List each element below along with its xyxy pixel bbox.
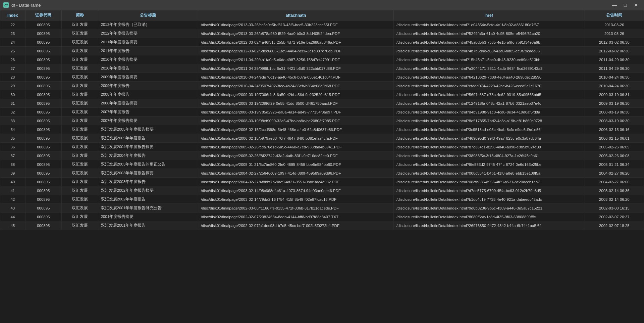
- table-row[interactable]: 28000895双汇发展2009年年度报告摘要/disc/disk01/fina…: [0, 73, 644, 82]
- table-row[interactable]: 31000895双汇发展2008年年度报告摘要/disc/disk01/fina…: [0, 99, 644, 108]
- cell-name: 双汇发展: [62, 151, 98, 160]
- cell-index: 34: [0, 125, 25, 134]
- cell-href: /disclosure/listed/bulletinDetail/index.…: [394, 195, 585, 204]
- cell-code: 000895: [25, 143, 61, 151]
- cell-pubtime: 2009-03-19 06:31: [585, 90, 644, 99]
- cell-title: 双汇发展2004年年度报告摘要: [98, 143, 198, 151]
- window-controls: — □ ✕: [610, 2, 641, 8]
- cell-name: 双汇发展: [62, 134, 98, 143]
- table-row[interactable]: 39000895双汇发展双汇发展2003年年度报告摘要/disc/disk01/…: [0, 169, 644, 178]
- table-row[interactable]: 23000895双汇发展2012年年度报告摘要/disc/disk01/fina…: [0, 29, 644, 38]
- cell-index: 29: [0, 82, 25, 90]
- cell-index: 27: [0, 64, 25, 73]
- cell-attachpath: /disc/disk01/finalpage/2006-02-15/b979ae…: [198, 134, 393, 143]
- cell-href: /disclosure/listed/bulletinDetail/index.…: [394, 169, 585, 178]
- cell-code: 000895: [25, 195, 61, 204]
- cell-title: 2008年年度报告摘要: [98, 99, 198, 108]
- cell-index: 30: [0, 90, 25, 99]
- cell-index: 41: [0, 186, 25, 195]
- cell-pubtime: 2005-02-26 06:08: [585, 151, 644, 160]
- window-title: df - DataFrame: [11, 3, 41, 8]
- cell-attachpath: /disc/disk01/finalpage/2004-02-27/25646c…: [198, 169, 393, 178]
- cell-title: 2011年年度报告摘要: [98, 38, 198, 47]
- table-header: Index证券代码简称公告标题attachnathhref公告时间: [0, 10, 644, 20]
- table-body: 22000895双汇发展2012年年度报告（已取消）/disc/disk01/f…: [0, 20, 644, 230]
- cell-title: 双汇发展2005年年度报告摘要: [98, 125, 198, 134]
- table-row[interactable]: 27000895双汇发展2010年年度报告/disc/disk01/finalp…: [0, 64, 644, 73]
- table-row[interactable]: 45000895双汇发展双汇发展2001年年度报告/disc/disk01/fi…: [0, 221, 644, 230]
- table-row[interactable]: 22000895双汇发展2012年年度报告（已取消）/disc/disk01/f…: [0, 20, 644, 29]
- cell-code: 000895: [25, 64, 61, 73]
- cell-name: 双汇发展: [62, 55, 98, 64]
- cell-name: 双汇发展: [62, 195, 98, 204]
- cell-title: 2008年年度报告: [98, 90, 198, 99]
- cell-attachpath: /disc/disk01/finalpage/2011-04-29/4a1fa0…: [198, 55, 393, 64]
- cell-name: 双汇发展: [62, 29, 98, 38]
- cell-href: /disclosure/listed/bulletinDetail/index.…: [394, 186, 585, 195]
- cell-href: /disclosure/listed/bulletinDetail/index.…: [394, 29, 585, 38]
- cell-name: 双汇发展: [62, 125, 98, 134]
- cell-code: 000895: [25, 108, 61, 117]
- col-header-pubtime: 公告时间: [585, 10, 644, 20]
- cell-attachpath: /disc/disk01/finalpage/2002-02-07/a1dec9…: [198, 221, 393, 230]
- cell-title: 2012年年度报告摘要: [98, 29, 198, 38]
- cell-code: 000895: [25, 117, 61, 125]
- title-bar: df df - DataFrame — □ ✕: [0, 0, 644, 10]
- table-row[interactable]: 43000895双汇发展双汇发展2001年年度报告补充公告/disc/disk0…: [0, 204, 644, 213]
- cell-title: 2007年年度报告: [98, 108, 198, 117]
- cell-title: 双汇发展2002年年度报告摘要: [98, 186, 198, 195]
- cell-title: 2011年年度报告: [98, 47, 198, 55]
- cell-name: 双汇发展: [62, 90, 98, 99]
- cell-pubtime: 2011-04-29 06:30: [585, 55, 644, 64]
- cell-code: 000895: [25, 204, 61, 213]
- cell-code: 000895: [25, 186, 61, 195]
- table-row[interactable]: 44000895双汇发展2001年度报告摘要/disc/disk02/final…: [0, 213, 644, 221]
- table-row[interactable]: 24000895双汇发展2011年年度报告摘要/disc/disk01/fina…: [0, 38, 644, 47]
- cell-title: 双汇发展2004年年度报告: [98, 151, 198, 160]
- table-row[interactable]: 38000895双汇发展双汇发展2003年年度报告的更正公告/disc/disk…: [0, 160, 644, 169]
- cell-index: 35: [0, 134, 25, 143]
- cell-name: 双汇发展: [62, 64, 98, 73]
- table-row[interactable]: 29000895双汇发展2009年年度报告/disc/disk01/finalp…: [0, 82, 644, 90]
- cell-name: 双汇发展: [62, 99, 98, 108]
- table-row[interactable]: 42000895双汇发展双汇发展2002年年度报告/disc/disk01/fi…: [0, 195, 644, 204]
- table-row[interactable]: 33000895双汇发展2007年年度报告摘要/disc/disk01/fina…: [0, 117, 644, 125]
- cell-attachpath: /disc/disk01/finalpage/2012-03-02/4a46f3…: [198, 38, 393, 47]
- cell-title: 2012年年度报告（已取消）: [98, 20, 198, 29]
- minimize-button[interactable]: —: [610, 2, 619, 8]
- cell-pubtime: 2008-03-19 06:30: [585, 108, 644, 117]
- table-row[interactable]: 34000895双汇发展双汇发展2005年年度报告摘要/disc/disk01/…: [0, 125, 644, 134]
- cell-name: 双汇发展: [62, 143, 98, 151]
- maximize-button[interactable]: □: [621, 2, 630, 8]
- close-button[interactable]: ✕: [631, 2, 641, 8]
- table-row[interactable]: 36000895双汇发展双汇发展2004年年度报告摘要/disc/disk01/…: [0, 143, 644, 151]
- table-row[interactable]: 26000895双汇发展2010年年度报告摘要/disc/disk01/fina…: [0, 55, 644, 64]
- table-row[interactable]: 40000895双汇发展双汇发展2003年年度报告/disc/disk01/fi…: [0, 178, 644, 186]
- cell-href: /disclosure/listed/bulletinDetail/index.…: [394, 178, 585, 186]
- table-row[interactable]: 25000895双汇发展2011年年度报告/disc/disk01/finalp…: [0, 47, 644, 55]
- table-row[interactable]: 35000895双汇发展双汇发展2005年年度报告/disc/disk01/fi…: [0, 134, 644, 143]
- table-row[interactable]: 32000895双汇发展2007年年度报告/disc/disk01/finalp…: [0, 108, 644, 117]
- cell-attachpath: /disc/disk01/finalpage/2010-04-24/ede76c…: [198, 73, 393, 82]
- cell-code: 000895: [25, 82, 61, 90]
- cell-index: 22: [0, 20, 25, 29]
- header-row: Index证券代码简称公告标题attachnathhref公告时间: [0, 10, 644, 20]
- cell-attachpath: /disc/disk01/finalpage/2011-04-29/098fb1…: [198, 64, 393, 73]
- cell-href: /disclosure/listed/bulletinDetail/index.…: [394, 64, 585, 73]
- cell-href: /disclosure/listed/bulletinDetail/index.…: [394, 134, 585, 143]
- cell-attachpath: /disc/disk01/finalpage/2004-02-27/4f8bbf…: [198, 178, 393, 186]
- cell-index: 40: [0, 178, 25, 186]
- cell-index: 24: [0, 38, 25, 47]
- col-header-name: 简称: [62, 10, 98, 20]
- cell-pubtime: 2003-02-14 06:36: [585, 186, 644, 195]
- cell-code: 000895: [25, 55, 61, 64]
- cell-code: 000895: [25, 125, 61, 134]
- cell-attachpath: /disc/disk01/finalpage/2012-03-02/5dec68…: [198, 47, 393, 55]
- cell-href: /disclosure/listed/bulletinDetail/index.…: [394, 82, 585, 90]
- table-row[interactable]: 30000895双汇发展2008年年度报告/disc/disk01/finalp…: [0, 90, 644, 99]
- table-row[interactable]: 41000895双汇发展双汇发展2002年年度报告摘要/disc/disk01/…: [0, 186, 644, 195]
- dataframe-table-container[interactable]: Index证券代码简称公告标题attachnathhref公告时间 220008…: [0, 10, 644, 323]
- table-row[interactable]: 37000895双汇发展双汇发展2004年年度报告/disc/disk01/fi…: [0, 151, 644, 160]
- cell-attachpath: /disc/disk02/finalpage/2002-02-07/208246…: [198, 213, 393, 221]
- cell-index: 38: [0, 160, 25, 169]
